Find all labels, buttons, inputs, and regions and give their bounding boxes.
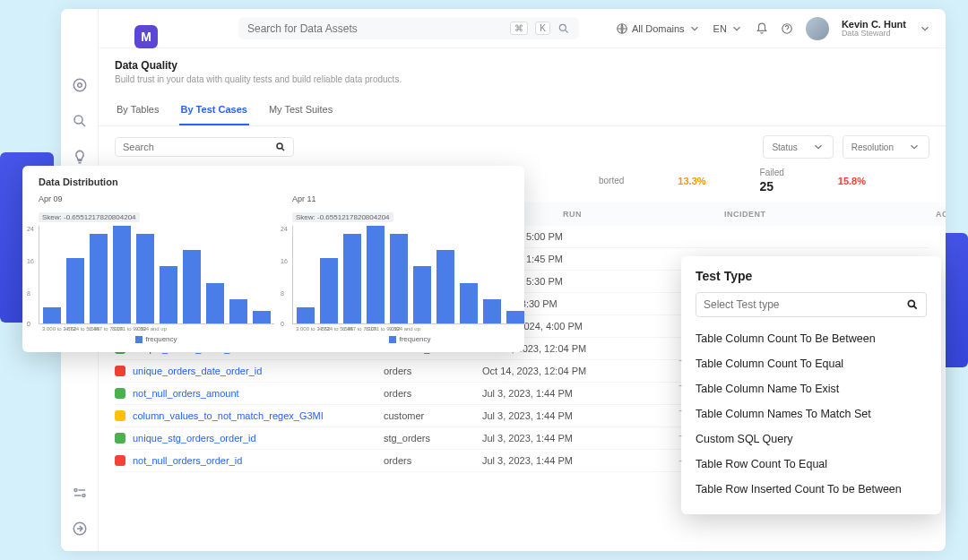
bar [390, 234, 408, 323]
chevron-down-icon[interactable] [919, 22, 931, 35]
run-time: Jul 3, 2023, 1:44 PM [482, 455, 635, 466]
chevron-down-icon [908, 141, 920, 153]
incident-dash: ----- [678, 354, 682, 467]
search-icon[interactable] [72, 113, 88, 129]
legend: frequency [39, 335, 274, 343]
run-time: Jul 3, 2023, 1:44 PM [482, 433, 635, 444]
chevron-down-icon [812, 141, 825, 153]
svg-line-14 [281, 148, 284, 151]
table-name: orders [384, 366, 482, 376]
help-icon[interactable] [781, 22, 793, 35]
bar [90, 234, 108, 323]
skew-label: Skew: -0.6551217820804204 [39, 212, 140, 222]
table-name: orders [384, 388, 482, 399]
avatar[interactable] [806, 17, 829, 40]
test-type-option[interactable]: Table Column Count To Be Between [696, 326, 927, 351]
globe-icon [616, 22, 628, 35]
global-search-input[interactable] [247, 22, 503, 35]
test-name[interactable]: not_null_orders_order_id [133, 455, 384, 466]
test-type-card: Test Type Table Column Count To Be Betwe… [681, 256, 941, 514]
notifications-icon[interactable] [756, 22, 768, 35]
insights-icon[interactable] [72, 149, 88, 165]
bar [183, 250, 201, 323]
status-indicator [115, 433, 125, 444]
bar [66, 258, 84, 323]
filters-bar: Status Resolution [99, 126, 946, 168]
search-icon[interactable] [557, 22, 570, 35]
col-incident: INCIDENT [724, 210, 903, 219]
tab-by-tables[interactable]: By Tables [115, 97, 161, 125]
bar [229, 299, 247, 323]
aborted-pct: 13.3% [678, 176, 705, 186]
bar [113, 226, 131, 323]
test-type-option[interactable]: Table Column Names To Match Set [696, 401, 927, 426]
settings-icon[interactable] [72, 485, 88, 501]
status-indicator [115, 388, 125, 399]
svg-point-1 [77, 83, 82, 88]
svg-point-4 [74, 489, 77, 492]
test-type-title: Test Type [696, 269, 927, 283]
bar [343, 234, 361, 323]
bars: 241680 [39, 226, 274, 324]
table-search[interactable] [115, 137, 294, 157]
page-header: Data Quality Build trust in your data wi… [99, 48, 946, 90]
lang-label: EN [713, 23, 727, 34]
topbar-right: All Domains EN Kevin C. Hunt Data Stewar… [616, 17, 931, 40]
tab-my-test-suites[interactable]: My Test Suites [267, 97, 334, 125]
test-type-option[interactable]: Table Row Count To Equal [696, 452, 927, 477]
test-name[interactable]: unique_stg_orders_order_id [133, 433, 384, 444]
stat-failed: Failed 25 [760, 168, 784, 194]
bar [436, 250, 454, 323]
domain-selector[interactable]: All Domains [616, 22, 701, 35]
run-time: Jul 3, 2023, 1:44 PM [482, 410, 635, 421]
chevron-down-icon [688, 22, 701, 35]
test-name[interactable]: column_values_to_not_match_regex_G3MI [133, 410, 384, 421]
search-icon [275, 142, 286, 152]
table-name: customer [384, 410, 482, 421]
global-search[interactable]: ⌘ K [238, 17, 579, 39]
bar [160, 266, 177, 323]
logout-icon[interactable] [72, 521, 88, 537]
bar [460, 283, 478, 323]
col-run: RUN [563, 210, 724, 219]
failed-pct: 15.8% [838, 176, 866, 186]
lang-selector[interactable]: EN [713, 22, 743, 35]
chart-date: Apr 09 [39, 194, 274, 203]
tabs: By Tables By Test Cases My Test Suites [99, 97, 946, 126]
svg-point-13 [277, 143, 282, 149]
test-type-option[interactable]: Table Column Name To Exist [696, 376, 927, 401]
stat-aborted: borted [599, 176, 624, 185]
svg-line-3 [81, 123, 84, 126]
chart: Apr 11 Skew: -0.6551217820804204 241680 … [292, 194, 528, 343]
table-search-input[interactable] [123, 142, 275, 152]
test-name[interactable]: unique_orders_date_order_id [133, 366, 384, 376]
resolution-filter[interactable]: Resolution [843, 135, 929, 159]
logo: M [134, 25, 158, 48]
bar [136, 234, 154, 323]
test-name[interactable]: not_null_orders_amount [133, 388, 384, 399]
charts-container: Apr 09 Skew: -0.6551217820804204 241680 … [39, 194, 508, 343]
run-time: Oct 14, 2023, 12:04 PM [482, 366, 635, 376]
search-icon [906, 298, 919, 311]
status-filter[interactable]: Status [763, 135, 833, 159]
status-indicator [115, 455, 125, 466]
run-time: Jul 3, 2023, 1:44 PM [482, 388, 635, 399]
test-type-option[interactable]: Table Row Inserted Count To be Between [696, 477, 927, 502]
test-type-search[interactable] [696, 292, 927, 317]
svg-line-10 [565, 30, 567, 32]
status-indicator [115, 410, 125, 421]
svg-point-9 [559, 24, 566, 30]
page-title: Data Quality [115, 59, 929, 72]
legend: frequency [292, 335, 528, 343]
test-type-option[interactable]: Table Column Count To Equal [696, 351, 927, 376]
explore-icon[interactable] [72, 77, 88, 93]
domain-label: All Domains [632, 23, 685, 34]
chevron-down-icon [730, 22, 743, 35]
chart-date: Apr 11 [292, 194, 528, 203]
user-role: Data Steward [842, 30, 906, 39]
test-type-option[interactable]: Custom SQL Query [696, 426, 927, 452]
tab-by-test-cases[interactable]: By Test Cases [179, 97, 249, 125]
test-type-input[interactable] [704, 298, 906, 311]
svg-point-2 [74, 116, 82, 124]
skew-label: Skew: -0.6551217820804204 [292, 212, 393, 222]
